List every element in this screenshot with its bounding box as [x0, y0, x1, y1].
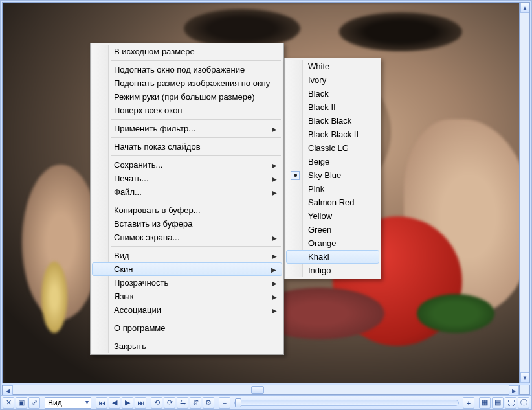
menu-item-label: Язык [114, 291, 133, 301]
selected-indicator-icon [291, 171, 300, 180]
menu-item[interactable]: Прозрачность▶ [92, 276, 282, 290]
submenu-item-label: Orange [308, 238, 336, 248]
menu-item[interactable]: Поверх всех окон [92, 104, 282, 117]
menu-item[interactable]: Вид▶ [92, 249, 282, 262]
fullscreen-button[interactable]: ⛶ [505, 397, 516, 409]
menu-item[interactable]: Режим руки (при большом размере) [92, 90, 282, 104]
thumbnail-button[interactable]: ▤ [492, 397, 504, 409]
tool-button[interactable]: ▣ [16, 397, 27, 409]
prev-button[interactable]: ◀ [109, 397, 120, 409]
scroll-right-button[interactable]: ▶ [509, 385, 519, 396]
menu-item[interactable]: Вставить из буфера [92, 217, 282, 231]
menu-item[interactable]: Скин▶ [92, 262, 282, 276]
view-mode-label: Вид [48, 398, 62, 407]
image-viewport[interactable]: В исходном размереПодогнать окно под изо… [2, 2, 520, 383]
tool-button[interactable]: ✕ [3, 397, 14, 409]
menu-item[interactable]: Подогнать окно под изображение [92, 63, 282, 76]
submenu-arrow-icon: ▶ [272, 125, 277, 132]
info-button[interactable]: ⓘ [518, 397, 529, 409]
menu-item[interactable]: В исходном размере [92, 45, 282, 58]
menu-item[interactable]: Печать...▶ [92, 172, 282, 185]
submenu-item-label: Classic LG [308, 143, 349, 153]
submenu-arrow-icon: ▶ [272, 279, 277, 286]
menu-item[interactable]: Файл...▶ [92, 185, 282, 199]
submenu-item[interactable]: Beige [286, 155, 379, 168]
submenu-item[interactable]: Classic LG [286, 141, 379, 155]
submenu-item[interactable]: Yellow [286, 209, 379, 223]
menu-separator [111, 60, 281, 61]
scroll-left-button[interactable]: ◀ [3, 385, 13, 396]
submenu-item[interactable]: Black [286, 87, 379, 100]
menu-item-label: Сохранить... [114, 160, 162, 170]
submenu-item-label: Black [308, 89, 329, 98]
skin-submenu[interactable]: WhiteIvoryBlackBlack IIBlack BlackBlack … [284, 58, 381, 279]
flip-v-button[interactable]: ⇵ [190, 397, 201, 409]
next-button[interactable]: ▶ [122, 397, 133, 409]
image-content [417, 294, 494, 333]
scroll-track[interactable] [520, 13, 529, 372]
viewport-row: В исходном размереПодогнать окно под изо… [1, 1, 531, 385]
zoom-slider-thumb[interactable] [235, 398, 241, 407]
menu-item[interactable]: О программе [92, 321, 282, 335]
last-button[interactable]: ⏭ [135, 397, 146, 409]
submenu-item[interactable]: Orange [286, 236, 379, 250]
scroll-track[interactable] [13, 385, 509, 394]
menu-separator [111, 137, 281, 138]
submenu-item[interactable]: Green [286, 223, 379, 236]
submenu-item-label: Black Black II [308, 130, 359, 139]
zoom-in-button[interactable]: + [463, 397, 474, 409]
menu-item[interactable]: Язык▶ [92, 290, 282, 303]
submenu-item-label: Black Black [308, 116, 351, 126]
bottom-toolbar: ✕ ▣ ⤢ Вид ⏮ ◀ ▶ ⏭ ⟲ ⟳ ⇋ ⇵ ⚙ − + ▦ ▤ ⛶ ⓘ [1, 395, 531, 409]
rotate-cw-button[interactable]: ⟳ [164, 397, 175, 409]
submenu-item[interactable]: Sky Blue [286, 168, 379, 182]
menu-item[interactable]: Копировать в буфер... [92, 203, 282, 217]
submenu-item-label: Green [308, 225, 331, 234]
menu-item[interactable]: Подогнать размер изображения по окну [92, 76, 282, 90]
image-content [184, 9, 300, 48]
submenu-item[interactable]: Ivory [286, 73, 379, 87]
vertical-scrollbar[interactable]: ▲ ▼ [520, 2, 530, 383]
menu-item[interactable]: Снимок экрана...▶ [92, 231, 282, 244]
menu-item[interactable]: Применить фильтр...▶ [92, 122, 282, 135]
submenu-item[interactable]: White [286, 60, 379, 73]
submenu-item[interactable]: Black Black [286, 114, 379, 128]
menu-item-label: Начать показ слайдов [114, 142, 201, 152]
zoom-out-button[interactable]: − [219, 397, 230, 409]
scroll-thumb[interactable] [251, 386, 264, 394]
settings-button[interactable]: ⚙ [203, 397, 214, 409]
rotate-ccw-button[interactable]: ⟲ [151, 397, 162, 409]
scroll-down-button[interactable]: ▼ [520, 372, 529, 383]
submenu-item-label: Indigo [308, 266, 331, 275]
submenu-item-label: Beige [308, 157, 329, 166]
first-button[interactable]: ⏮ [96, 397, 107, 409]
menu-item-label: Подогнать размер изображения по окну [114, 78, 270, 88]
submenu-arrow-icon: ▶ [272, 161, 277, 168]
fit-button[interactable]: ▦ [479, 397, 491, 409]
menu-item-label: Копировать в буфер... [114, 205, 201, 215]
menu-item[interactable]: Начать показ слайдов [92, 140, 282, 154]
menu-item[interactable]: Закрыть [92, 339, 282, 353]
submenu-item-label: Sky Blue [308, 170, 341, 180]
flip-h-button[interactable]: ⇋ [177, 397, 188, 409]
submenu-arrow-icon: ▶ [272, 188, 277, 196]
submenu-item[interactable]: Black II [286, 100, 379, 114]
submenu-item[interactable]: Black Black II [286, 128, 379, 141]
submenu-item-label: Salmon Red [308, 198, 355, 207]
view-mode-select[interactable]: Вид [45, 397, 91, 409]
submenu-arrow-icon: ▶ [272, 306, 277, 313]
menu-item[interactable]: Сохранить...▶ [92, 158, 282, 172]
submenu-item[interactable]: Salmon Red [286, 196, 379, 209]
menu-item[interactable]: Ассоциации▶ [92, 303, 282, 317]
tool-button[interactable]: ⤢ [28, 397, 40, 409]
submenu-item[interactable]: Pink [286, 182, 379, 196]
scroll-up-button[interactable]: ▲ [520, 3, 529, 13]
submenu-item-label: Khaki [308, 252, 329, 262]
zoom-slider[interactable] [234, 400, 459, 406]
submenu-item-label: Ivory [308, 75, 326, 85]
submenu-item[interactable]: Khaki [286, 250, 379, 264]
menu-separator [111, 119, 281, 120]
submenu-item[interactable]: Indigo [286, 264, 379, 277]
context-menu[interactable]: В исходном размереПодогнать окно под изо… [90, 43, 284, 355]
horizontal-scrollbar[interactable]: ◀ ▶ [2, 385, 520, 395]
